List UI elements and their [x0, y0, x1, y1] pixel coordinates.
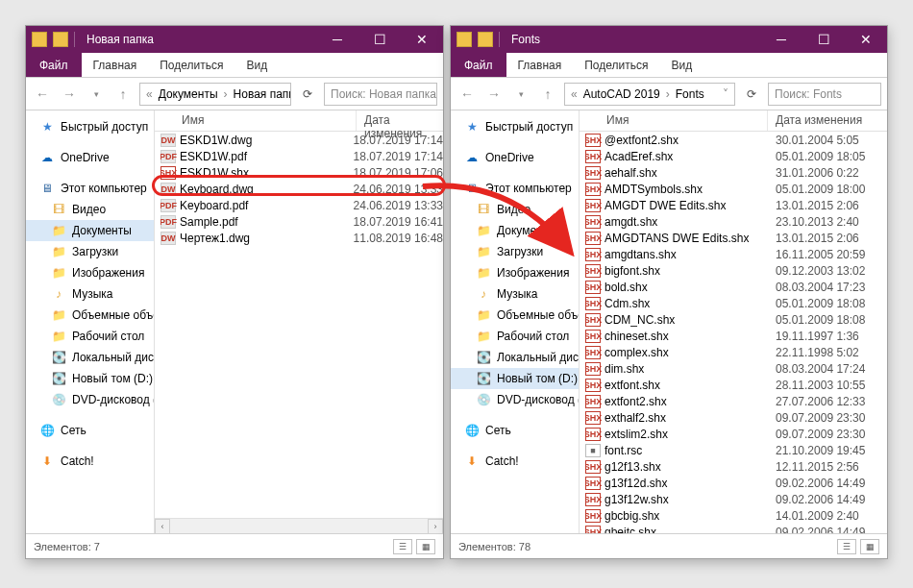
file-row[interactable]: PDFSample.pdf18.07.2019 16:41: [155, 213, 443, 230]
ribbon-tab-share[interactable]: Поделиться: [148, 53, 234, 77]
search-input[interactable]: Поиск: Новая папка: [324, 83, 437, 106]
file-tab[interactable]: Файл: [26, 53, 82, 77]
up-button[interactable]: ↑: [112, 84, 134, 105]
scroll-left-button[interactable]: ‹: [155, 519, 170, 534]
titlebar[interactable]: Fonts ─ ☐ ✕: [451, 26, 887, 53]
file-row[interactable]: SHXAMGDT DWE Edits.shx13.01.2015 2:06: [580, 197, 887, 213]
history-button[interactable]: ▾: [86, 84, 107, 105]
file-row[interactable]: DWЧертеж1.dwg11.08.2019 16:48: [155, 230, 443, 246]
refresh-button[interactable]: ⟳: [297, 84, 318, 105]
column-date[interactable]: Дата изменения: [357, 110, 443, 131]
sidebar-item[interactable]: ⬇Catch!: [451, 451, 579, 472]
sidebar-item[interactable]: 📁Загрузки: [26, 241, 154, 262]
titlebar[interactable]: Новая папка ─ ☐ ✕: [26, 26, 443, 53]
up-button[interactable]: ↑: [537, 84, 558, 105]
sidebar-item[interactable]: 📁Изображения: [451, 262, 579, 283]
file-row[interactable]: SHXaehalf.shx31.01.2006 0:22: [580, 164, 887, 181]
file-row[interactable]: SHXAMGDTANS DWE Edits.shx13.01.2015 2:06: [580, 230, 887, 246]
tiles-view-button[interactable]: ▦: [416, 539, 435, 554]
ribbon-tab-home[interactable]: Главная: [506, 53, 574, 77]
file-row[interactable]: PDFESKD1W.pdf18.07.2019 17:14: [155, 148, 443, 164]
refresh-button[interactable]: ⟳: [741, 84, 762, 105]
minimize-button[interactable]: ─: [316, 26, 358, 53]
ribbon-tab-view[interactable]: Вид: [234, 53, 279, 77]
back-button[interactable]: ←: [456, 84, 478, 105]
file-list[interactable]: DWESKD1W.dwg18.07.2019 17:14PDFESKD1W.pd…: [155, 132, 443, 518]
file-row[interactable]: SHXg13f12d.shx09.02.2006 14:49: [580, 475, 887, 491]
sidebar-item[interactable]: 💿DVD-дисковод (E:): [26, 389, 154, 410]
close-button[interactable]: ✕: [401, 26, 443, 53]
sidebar-item[interactable]: ★Быстрый доступ: [26, 116, 154, 137]
forward-button[interactable]: →: [59, 84, 80, 105]
file-row[interactable]: SHXgbcbig.shx14.01.2009 2:40: [580, 507, 887, 524]
file-row[interactable]: DWESKD1W.dwg18.07.2019 17:14: [155, 132, 443, 148]
breadcrumb-item[interactable]: Fonts: [674, 87, 706, 101]
sidebar-item[interactable]: 📁Документы: [26, 220, 154, 241]
sidebar-item[interactable]: 🌐Сеть: [451, 420, 579, 441]
sidebar-item[interactable]: 📁Объемные объект: [26, 305, 154, 326]
details-view-button[interactable]: ☰: [393, 539, 412, 554]
file-list[interactable]: SHX@extfont2.shx30.01.2004 5:05SHXAcadEr…: [580, 132, 887, 533]
file-row[interactable]: SHXAcadEref.shx05.01.2009 18:05: [580, 148, 887, 164]
file-row[interactable]: SHXamgdt.shx23.10.2013 2:40: [580, 213, 887, 230]
sidebar-item[interactable]: 💽Локальный диск (C: [451, 347, 579, 368]
sidebar-item[interactable]: 💿DVD-дисковод (E:): [451, 389, 579, 410]
minimize-button[interactable]: ─: [760, 26, 802, 53]
sidebar-item[interactable]: 💽Новый том (D:): [26, 368, 154, 389]
file-row[interactable]: SHXextfont.shx28.11.2003 10:55: [580, 377, 887, 393]
file-row[interactable]: PDFKeyboard.pdf24.06.2019 13:33: [155, 197, 443, 213]
file-row[interactable]: ■font.rsc21.10.2009 19:45: [580, 442, 887, 458]
file-row[interactable]: SHXdim.shx08.03.2004 17:24: [580, 360, 887, 377]
file-row[interactable]: SHXcomplex.shx22.11.1998 5:02: [580, 344, 887, 360]
sidebar-item[interactable]: 📁Изображения: [26, 262, 154, 283]
sidebar-item[interactable]: 📁Документы: [451, 220, 579, 241]
file-row[interactable]: SHXextfont2.shx27.07.2006 12:33: [580, 393, 887, 409]
breadcrumb[interactable]: « Документы › Новая папка ˅: [139, 83, 291, 106]
file-row[interactable]: DWKeyboard.dwg24.06.2019 13:33: [155, 181, 443, 197]
breadcrumb[interactable]: « AutoCAD 2019 › Fonts ˅: [564, 83, 735, 106]
file-row[interactable]: SHXbigfont.shx09.12.2003 13:02: [580, 262, 887, 279]
details-view-button[interactable]: ☰: [837, 539, 856, 554]
maximize-button[interactable]: ☐: [802, 26, 845, 53]
sidebar-item[interactable]: ★Быстрый доступ: [451, 116, 579, 137]
file-row[interactable]: SHXamgdtans.shx16.11.2005 20:59: [580, 246, 887, 262]
file-row[interactable]: SHXg13f12w.shx09.02.2006 14:49: [580, 491, 887, 507]
sidebar-item[interactable]: ♪Музыка: [451, 283, 579, 305]
sidebar-item[interactable]: 🖥Этот компьютер: [451, 178, 579, 199]
maximize-button[interactable]: ☐: [358, 26, 401, 53]
file-row[interactable]: SHXbold.shx08.03.2004 17:23: [580, 279, 887, 295]
sidebar-item[interactable]: 📁Рабочий стол: [451, 326, 579, 347]
column-date[interactable]: Дата изменения: [768, 110, 887, 131]
search-input[interactable]: Поиск: Fonts: [768, 83, 881, 106]
close-button[interactable]: ✕: [845, 26, 887, 53]
sidebar-item[interactable]: 📁Рабочий стол: [26, 326, 154, 347]
sidebar-item[interactable]: ☁OneDrive: [451, 147, 579, 168]
sidebar-item[interactable]: 🌐Сеть: [26, 420, 154, 441]
tiles-view-button[interactable]: ▦: [860, 539, 879, 554]
ribbon-tab-share[interactable]: Поделиться: [573, 53, 659, 77]
sidebar-item[interactable]: ♪Музыка: [26, 283, 154, 305]
sidebar-item[interactable]: 🎞Видео: [26, 199, 154, 220]
forward-button[interactable]: →: [483, 84, 505, 105]
sidebar-item[interactable]: 📁Объемные объект: [451, 305, 579, 326]
horizontal-scrollbar[interactable]: ‹ ›: [155, 518, 443, 533]
breadcrumb-item[interactable]: Новая папка: [232, 87, 291, 101]
history-button[interactable]: ▾: [510, 84, 531, 105]
sidebar-item[interactable]: 🖥Этот компьютер: [26, 178, 154, 199]
sidebar-item[interactable]: 🎞Видео: [451, 199, 579, 220]
file-row[interactable]: SHXchineset.shx19.11.1997 1:36: [580, 328, 887, 344]
sidebar-item[interactable]: ⬇Catch!: [26, 451, 154, 472]
column-name[interactable]: Имя: [155, 110, 357, 131]
file-row[interactable]: SHXCDM_NC.shx05.01.2009 18:08: [580, 311, 887, 328]
ribbon-tab-view[interactable]: Вид: [659, 53, 703, 77]
file-row[interactable]: SHXCdm.shx05.01.2009 18:08: [580, 295, 887, 311]
sidebar-item[interactable]: 📁Загрузки: [451, 241, 579, 262]
file-row[interactable]: SHX@extfont2.shx30.01.2004 5:05: [580, 132, 887, 148]
file-tab[interactable]: Файл: [451, 53, 506, 77]
breadcrumb-item[interactable]: Документы: [157, 87, 220, 101]
file-row[interactable]: SHXextslim2.shx09.07.2009 23:30: [580, 426, 887, 442]
back-button[interactable]: ←: [32, 84, 53, 105]
file-row[interactable]: SHXexthalf2.shx09.07.2009 23:30: [580, 409, 887, 426]
sidebar-item[interactable]: 💽Локальный диск (C: [26, 347, 154, 368]
ribbon-tab-home[interactable]: Главная: [82, 53, 149, 77]
